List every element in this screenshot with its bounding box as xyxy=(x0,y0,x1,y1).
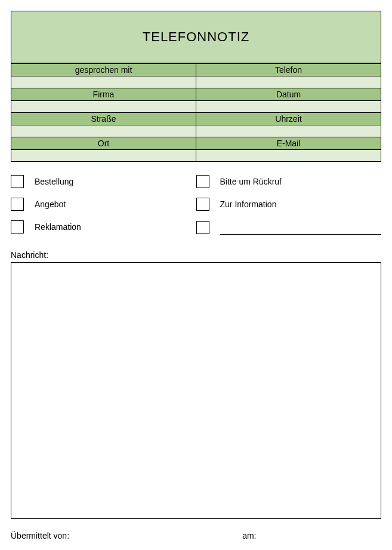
checkbox-custom[interactable] xyxy=(196,221,209,234)
label-complaint: Reklamation xyxy=(35,222,81,232)
label-phone: Telefon xyxy=(196,64,381,76)
label-email: E-Mail xyxy=(196,137,381,150)
label-date: Datum xyxy=(196,88,381,101)
checkbox-callback[interactable] xyxy=(196,175,209,188)
label-order: Bestellung xyxy=(35,177,73,186)
custom-line[interactable] xyxy=(220,224,382,235)
checkbox-offer[interactable] xyxy=(11,198,24,211)
label-info: Zur Information xyxy=(220,199,277,209)
label-time: Uhrzeit xyxy=(196,113,381,125)
value-phone[interactable] xyxy=(196,76,381,88)
value-date[interactable] xyxy=(196,101,381,113)
label-street: Straße xyxy=(11,113,196,125)
value-time[interactable] xyxy=(196,125,381,137)
checkbox-complaint[interactable] xyxy=(11,220,24,233)
label-offer: Angebot xyxy=(35,199,66,209)
value-city[interactable] xyxy=(11,150,196,162)
checkbox-section: Bestellung Angebot Reklamation Bitte um … xyxy=(11,175,381,244)
label-city: Ort xyxy=(11,137,196,150)
value-company[interactable] xyxy=(11,101,196,113)
footer-date: am: xyxy=(242,531,381,540)
checkbox-order[interactable] xyxy=(11,175,24,188)
value-email[interactable] xyxy=(196,150,381,162)
value-street[interactable] xyxy=(11,125,196,137)
footer-from: Übermittelt von: xyxy=(11,531,242,540)
form-title: TELEFONNOTIZ xyxy=(11,11,381,63)
label-spoke-with: gesprochen mit xyxy=(11,64,196,76)
value-spoke-with[interactable] xyxy=(11,76,196,88)
message-label: Nachricht: xyxy=(11,250,381,260)
checkbox-info[interactable] xyxy=(196,198,209,211)
message-box[interactable] xyxy=(11,262,381,519)
label-company: Firma xyxy=(11,88,196,101)
info-table: gesprochen mit Telefon Firma Datum Straß… xyxy=(11,63,381,162)
label-callback: Bitte um Rückruf xyxy=(220,177,282,186)
